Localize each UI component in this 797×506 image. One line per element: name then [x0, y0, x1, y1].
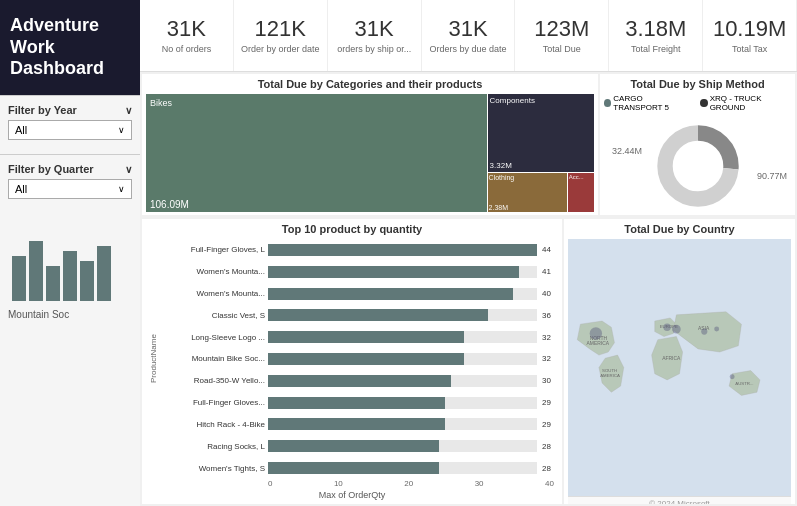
bar-row: Classic Vest, S 36	[160, 306, 558, 324]
bar-fill	[268, 331, 464, 343]
bar-chart-title: Top 10 product by quantity	[146, 223, 558, 235]
x-axis-tick: 30	[475, 479, 484, 488]
bar-name: Classic Vest, S	[160, 311, 265, 320]
svg-point-13	[672, 325, 681, 334]
legend-label: CARGO TRANSPORT 5	[613, 94, 692, 112]
bar-fill	[268, 266, 519, 278]
bar-value: 40	[542, 289, 558, 298]
treemap-components: Components 3.32M	[488, 94, 594, 172]
bar-name: Women's Mounta...	[160, 289, 265, 298]
bar-chart-container: ProductName Full-Finger Gloves, L 44 Wom…	[146, 239, 558, 479]
x-axis-tick: 10	[334, 479, 343, 488]
bar-name: Full-Finger Gloves, L	[160, 245, 265, 254]
year-filter-section: Filter by Year ∨ All ∨	[0, 95, 140, 154]
bar-value: 28	[542, 442, 558, 451]
footer-text: © 2024 Microsoft	[649, 499, 710, 504]
donut-section: Total Due by Ship Method CARGO TRANSPORT…	[600, 74, 795, 215]
map-footer: © 2024 Microsoft	[568, 496, 791, 504]
svg-point-16	[730, 374, 735, 379]
kpi-label: Total Freight	[631, 44, 681, 54]
bar-row: Hitch Rack - 4-Bike 29	[160, 415, 558, 433]
treemap-bikes: Bikes 106.09M	[146, 94, 487, 212]
bar-fill	[268, 353, 464, 365]
bar-name: Long-Sleeve Logo ...	[160, 333, 265, 342]
bar-row: Women's Mounta... 40	[160, 285, 558, 303]
bar-value: 36	[542, 311, 558, 320]
bikes-value: 106.09M	[146, 197, 193, 212]
sidebar-chart: Mountain Soc	[0, 213, 140, 506]
bar-value: 32	[542, 354, 558, 363]
bar-chart-section: Top 10 product by quantity ProductName F…	[142, 219, 562, 504]
bar-value: 29	[542, 420, 558, 429]
map-title: Total Due by Country	[568, 223, 791, 235]
y-axis-label: ProductName	[146, 239, 160, 479]
bar-row: Racing Socks, L 28	[160, 437, 558, 455]
kpi-card: 31K No of orders	[140, 0, 234, 71]
svg-point-15	[714, 327, 719, 332]
map-section: Total Due by Country	[564, 219, 795, 504]
quarter-filter-dropdown[interactable]: All ∨	[8, 179, 132, 199]
svg-point-14	[701, 328, 707, 334]
bar-fill	[268, 288, 513, 300]
bar-name: Road-350-W Yello...	[160, 376, 265, 385]
sidebar: Adventure Work Dashboard Filter by Year …	[0, 0, 140, 506]
donut-chart: 32.44M 90.77M	[604, 116, 791, 216]
x-axis-title: Max of OrderQty	[146, 490, 558, 500]
bar-row: Women's Mounta... 41	[160, 263, 558, 281]
quarter-chevron-icon: ∨	[125, 164, 132, 175]
middle-row: Total Due by Categories and their produc…	[140, 72, 797, 217]
treemap-container: Bikes 106.09M Components 3.32M Clothing …	[146, 94, 594, 212]
year-dropdown-chevron-icon: ∨	[118, 125, 125, 135]
treemap-title: Total Due by Categories and their produc…	[146, 78, 594, 90]
bar-fill	[268, 462, 439, 474]
bar-row: Road-350-W Yello... 30	[160, 372, 558, 390]
svg-text:AUSTR...: AUSTR...	[735, 381, 753, 386]
donut-legend: CARGO TRANSPORT 5XRQ - TRUCK GROUND	[604, 94, 791, 112]
bar-track	[268, 288, 537, 300]
year-filter-dropdown[interactable]: All ∨	[8, 120, 132, 140]
kpi-row: 31K No of orders 121K Order by order dat…	[140, 0, 797, 72]
bar-track	[268, 462, 537, 474]
year-filter-label: Filter by Year ∨	[8, 104, 132, 116]
mountain-soc-label: Mountain Soc	[8, 309, 132, 320]
bar-track	[268, 353, 537, 365]
bar-name: Mountain Bike Soc...	[160, 354, 265, 363]
bar-fill	[268, 309, 488, 321]
kpi-card: 31K orders by ship or...	[328, 0, 422, 71]
svg-text:SOUTH: SOUTH	[602, 368, 617, 373]
bar-track	[268, 418, 537, 430]
treemap-section: Total Due by Categories and their produc…	[142, 74, 598, 215]
acc-label: Acc...	[569, 174, 584, 180]
bar-track	[268, 375, 537, 387]
donut-svg	[643, 116, 753, 216]
x-axis-tick: 0	[268, 479, 272, 488]
svg-point-12	[663, 324, 670, 331]
kpi-card: 121K Order by order date	[234, 0, 328, 71]
donut-value-right: 90.77M	[757, 171, 787, 181]
legend-label: XRQ - TRUCK GROUND	[710, 94, 791, 112]
bar-name: Hitch Rack - 4-Bike	[160, 420, 265, 429]
bar-name: Full-Finger Gloves...	[160, 398, 265, 407]
kpi-label: No of orders	[162, 44, 212, 54]
kpi-value: 10.19M	[713, 17, 786, 41]
bar-track	[268, 331, 537, 343]
treemap-bottom: Clothing 2.38M Acc...	[488, 173, 594, 212]
kpi-card: 3.18M Total Freight	[609, 0, 703, 71]
donut-value-left: 32.44M	[612, 146, 642, 156]
treemap-right: Components 3.32M Clothing 2.38M Acc...	[488, 94, 594, 212]
kpi-value: 31K	[355, 17, 394, 41]
bar-row: Full-Finger Gloves, L 44	[160, 241, 558, 259]
bar-value: 30	[542, 376, 558, 385]
clothing-value: 2.38M	[489, 204, 508, 211]
svg-text:AMERICA: AMERICA	[587, 341, 610, 346]
bar-track	[268, 440, 537, 452]
bar-value: 44	[542, 245, 558, 254]
bar-name: Women's Mounta...	[160, 267, 265, 276]
bar-name: Women's Tights, S	[160, 464, 265, 473]
bar-row: Mountain Bike Soc... 32	[160, 350, 558, 368]
kpi-label: Total Tax	[732, 44, 767, 54]
bar-rows: Full-Finger Gloves, L 44 Women's Mounta.…	[160, 239, 558, 479]
bar-fill	[268, 418, 445, 430]
bar-row: Full-Finger Gloves... 29	[160, 394, 558, 412]
bar-fill	[268, 440, 439, 452]
